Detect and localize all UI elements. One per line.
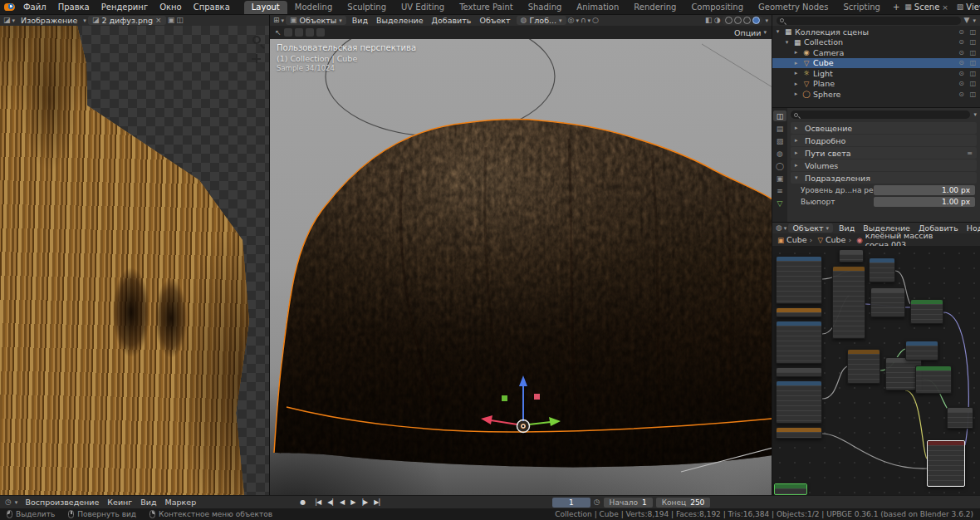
transform-orientation-dropdown[interactable]: ◍ Глоб... ▾ <box>517 16 566 25</box>
render-visibility-toggle-icon[interactable]: ◫ <box>968 28 978 36</box>
property-value-slider[interactable]: 1.00 px <box>874 185 975 195</box>
properties-section-header[interactable]: ▸ Освещение <box>791 122 977 134</box>
shader-node[interactable] <box>847 349 880 384</box>
hide-toggle-icon[interactable]: ⊙ <box>957 70 966 77</box>
editor-type-dropdown-icon[interactable]: ▾ <box>784 225 787 232</box>
render-visibility-toggle-icon[interactable]: ◫ <box>968 80 978 87</box>
workspace-tab[interactable]: Texture Paint <box>452 1 521 14</box>
shader-node[interactable] <box>947 407 973 429</box>
workspace-tab[interactable]: Scripting <box>835 1 887 14</box>
outliner-search-input[interactable] <box>777 17 961 25</box>
jump-end-button[interactable]: ▶| <box>371 498 382 506</box>
shader-node[interactable] <box>776 256 822 304</box>
viewport-menu-item[interactable]: Выделение <box>372 16 428 25</box>
outliner-row[interactable]: ▸ ▽ Cube ⊙ ◫ <box>772 58 980 69</box>
shader-node[interactable] <box>927 440 965 487</box>
render-visibility-toggle-icon[interactable]: ◫ <box>968 49 978 56</box>
menu-item[interactable]: Справка <box>188 1 236 13</box>
viewport-menu-item[interactable]: Добавить <box>428 16 476 25</box>
render-visibility-toggle-icon[interactable]: ◫ <box>968 38 978 46</box>
outliner-options-icon[interactable]: ▾ <box>973 17 976 24</box>
hide-toggle-icon[interactable]: ⊙ <box>957 59 966 66</box>
editor-type-dropdown-icon[interactable]: ▾ <box>12 17 16 24</box>
workspace-tab[interactable]: Shading <box>521 1 570 14</box>
viewlayer-tab-icon[interactable]: ▧ <box>773 135 786 146</box>
shader-node[interactable] <box>776 367 822 377</box>
image-canvas[interactable] <box>0 26 269 495</box>
workspace-tab[interactable]: Sculpting <box>340 1 394 14</box>
proportional-editing-icon[interactable]: ○ <box>592 17 599 24</box>
menu-item[interactable]: Окно <box>154 1 188 13</box>
shader-node[interactable] <box>870 287 905 317</box>
editor-type-3d-icon[interactable]: ⊞ <box>273 17 280 24</box>
rendered-button[interactable] <box>752 17 760 24</box>
timeline-menu-item[interactable]: Вид <box>136 498 160 507</box>
properties-section-header[interactable]: ▾ Подразделения <box>791 172 977 184</box>
select-mode-subtract-button[interactable] <box>306 28 314 37</box>
expand-arrow-icon[interactable]: ▸ <box>792 70 800 76</box>
shader-node[interactable] <box>832 266 865 339</box>
data-tab-icon[interactable]: ▽ <box>773 198 786 208</box>
pan-tool-icon[interactable] <box>252 54 261 63</box>
workspace-tab[interactable]: Modeling <box>287 1 341 14</box>
workspace-tab[interactable]: Layout <box>244 1 287 14</box>
wireframe-button[interactable] <box>725 17 733 24</box>
shader-node[interactable] <box>905 341 938 361</box>
editor-type-clock-icon[interactable]: ◷ <box>5 498 12 506</box>
xray-toggle-icon[interactable]: ◧ <box>705 17 713 24</box>
object-tab-icon[interactable]: ▣ <box>773 173 786 184</box>
expand-arrow-icon[interactable]: ▸ <box>792 91 800 97</box>
workspace-tab[interactable]: UV Editing <box>394 1 452 14</box>
viewport-menu-item[interactable]: Вид <box>348 16 372 25</box>
hide-toggle-icon[interactable]: ⊙ <box>957 28 966 36</box>
image-menu-dropdown-icon[interactable]: ▾ <box>83 17 86 24</box>
scene-selector[interactable]: ▦ Scene × <box>904 2 948 12</box>
snap-magnet-icon[interactable]: ∩ <box>581 17 586 24</box>
current-frame-field[interactable]: 1 <box>552 498 590 508</box>
properties-section-header[interactable]: ▸ Подробно <box>791 135 977 146</box>
expand-arrow-icon[interactable]: ▾ <box>783 39 791 46</box>
image-menu[interactable]: Изображение <box>17 16 81 25</box>
modifier-tab-icon[interactable]: ≡ <box>773 185 786 196</box>
expand-arrow-icon[interactable]: ▾ <box>774 28 782 35</box>
select-mode-new-button[interactable] <box>284 28 292 37</box>
play-reverse-button[interactable]: ◀ <box>337 498 346 506</box>
mode-dropdown[interactable]: ▣ Объекты ▾ <box>286 16 346 25</box>
outliner-row[interactable]: ▸ ◯ Sphere ⊙ ◫ <box>772 89 980 100</box>
editor-type-dropdown-icon[interactable]: ▾ <box>282 17 285 24</box>
timeline-menu-item[interactable]: Маркер <box>161 498 201 507</box>
workspace-tab[interactable]: Rendering <box>626 1 684 14</box>
snap-dropdown-icon[interactable]: ▾ <box>588 17 591 24</box>
play-button[interactable]: ▶ <box>348 498 357 506</box>
hide-toggle-icon[interactable]: ⊙ <box>957 80 966 87</box>
properties-filter-icon[interactable]: ▾ <box>973 111 977 118</box>
breadcrumb-item[interactable]: › ▽ Cube <box>807 235 846 244</box>
outliner-row[interactable]: ▸ ▽ Plane ⊙ ◫ <box>772 79 980 90</box>
breadcrumb-item[interactable]: › ▣ Cube <box>777 235 807 244</box>
image-datablock-selector[interactable]: ◪ 2 дифуз.png × <box>88 16 166 25</box>
shader-node[interactable] <box>776 380 822 424</box>
expand-arrow-icon[interactable]: ▸ <box>792 81 800 87</box>
shader-node[interactable] <box>776 427 822 439</box>
blender-logo-icon[interactable] <box>4 3 15 11</box>
render-tab-icon[interactable]: ◫ <box>773 110 786 121</box>
image-pin-icon[interactable]: ▣ <box>168 17 175 24</box>
property-value-slider[interactable]: 1.00 px <box>874 197 975 207</box>
add-workspace-button[interactable]: + <box>888 2 904 12</box>
shading-dropdown-icon[interactable]: ▾ <box>765 17 768 24</box>
pivot-dropdown-icon[interactable]: ▾ <box>576 17 579 24</box>
outliner-row[interactable]: ▸ ☼ Light ⊙ ◫ <box>772 68 980 79</box>
viewport-canvas[interactable]: Пользовательская перспектива (1) Collect… <box>270 39 772 495</box>
pivot-point-icon[interactable]: ◎ <box>568 17 575 24</box>
outliner-row[interactable]: ▾ ▦ Collection ⊙ ◫ <box>772 37 980 48</box>
timeline-menu-item[interactable]: Кеинг <box>103 498 136 507</box>
scene-unlink-icon[interactable]: × <box>942 3 948 12</box>
properties-section-header[interactable]: ▸ Volumes <box>791 159 977 171</box>
section-presets-icon[interactable]: ≡ <box>967 150 973 157</box>
shader-node[interactable] <box>869 258 895 282</box>
prev-keyframe-button[interactable]: ◀| <box>325 498 336 506</box>
auto-keying-toggle-icon[interactable]: ● <box>296 498 309 506</box>
select-mode-extend-button[interactable] <box>295 28 303 37</box>
hide-toggle-icon[interactable]: ⊙ <box>957 38 966 46</box>
timeline-menu-item[interactable]: Воспроизведение <box>21 498 103 507</box>
